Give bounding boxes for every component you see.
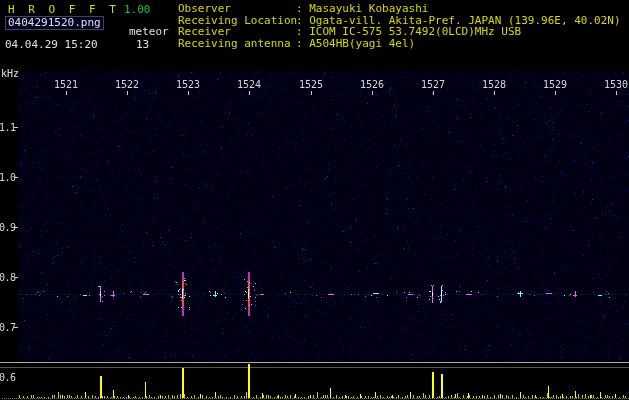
freq-tick-label: 0.8 [0,272,15,283]
hrofft-window: H R O F F T 1.00 0404291520.png meteor 0… [0,0,629,400]
freq-tick-label: 1.0 [0,172,15,183]
freq-tick-label: 0.6 [0,372,15,383]
spectrogram-canvas [0,0,629,400]
freq-tick-label: 1.1 [0,122,15,133]
info-label: Receiving antenna [178,38,296,50]
info-label: Receiver [178,26,296,38]
time-tick-label: 1528 [480,79,508,90]
freq-tick-label: 0.7 [0,322,15,333]
time-tick-label: 1527 [419,79,447,90]
time-tick-label: 1522 [113,79,141,90]
app-version: 1.00 [124,4,151,16]
time-tick-label: 1525 [297,79,325,90]
time-tick-label: 1523 [174,79,202,90]
mode-label: meteor [129,26,169,38]
info-value: : A504HB(yagi 4el) [296,37,415,50]
capture-timestamp: 04.04.29 15:20 [5,39,98,51]
time-tick-label: 1526 [358,79,386,90]
output-filename: 0404291520.png [5,16,104,30]
freq-tick-label: 0.9 [0,222,15,233]
info-label: Observer [178,3,296,15]
station-info: Observer: Masayuki KobayashiReceiving Lo… [178,3,621,49]
frequency-unit-label: kHz [1,68,19,80]
time-tick-label: 1530 [602,79,629,90]
time-tick-label: 1521 [52,79,80,90]
app-title: H R O F F T [8,4,119,16]
time-tick-label: 1529 [541,79,569,90]
meteor-count: 13 [136,39,149,51]
time-tick-label: 1524 [235,79,263,90]
station-info-row: Receiving antenna: A504HB(yagi 4el) [178,38,621,50]
